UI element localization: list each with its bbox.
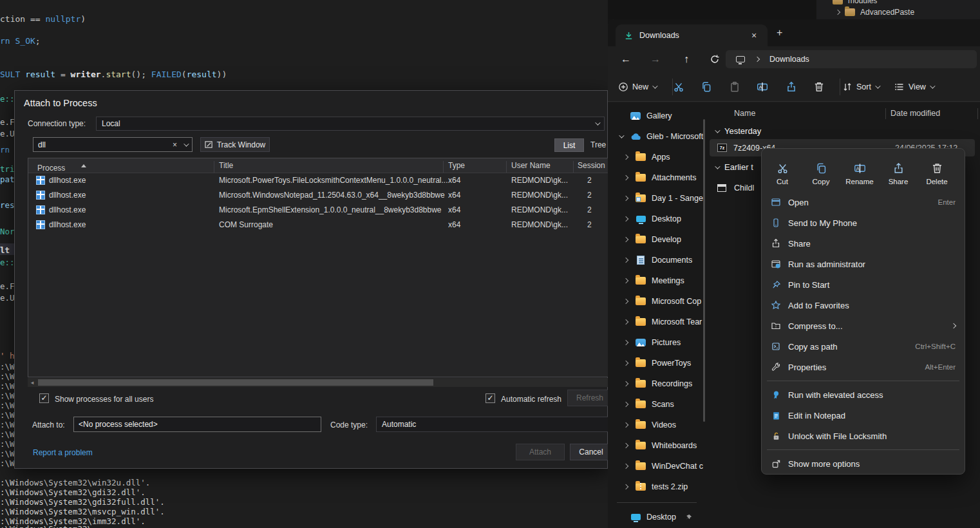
group-earlier[interactable]: Earlier t (715, 162, 753, 172)
track-window-button[interactable]: Track Window (200, 137, 270, 152)
menu-item-properties[interactable]: Properties Alt+Enter (762, 357, 965, 377)
sidebar-item-microsoft-tear[interactable]: Microsoft Tear (608, 312, 704, 332)
breadcrumb-location[interactable]: Downloads (769, 55, 809, 64)
sidebar-item-apps[interactable]: Apps (608, 147, 704, 167)
sidebar-item-tests-zip[interactable]: tests 2.zip (608, 476, 704, 497)
menu-item-add-to-favorites[interactable]: Add to Favorites (762, 295, 965, 316)
menu-item-open[interactable]: Open Enter (762, 192, 965, 212)
quick-cut-button[interactable]: Cut (763, 156, 802, 191)
up-icon[interactable]: ↑ (679, 53, 694, 65)
quick-copy-button[interactable]: Copy (802, 156, 840, 191)
sidebar-item-powertoys[interactable]: PowerToys (608, 353, 704, 373)
quick-share-button[interactable]: Share (879, 156, 918, 191)
menu-item-copy-as-path[interactable]: Copy as path Ctrl+Shift+C (762, 336, 965, 357)
refresh-icon[interactable] (710, 54, 725, 64)
menu-item-run-as-administrator[interactable]: Run as administrator (762, 254, 965, 274)
sort-button[interactable]: Sort (842, 72, 879, 102)
menu-item-share[interactable]: Share (762, 233, 965, 254)
report-problem-link[interactable]: Report a problem (33, 448, 93, 457)
col-session[interactable]: Session (578, 161, 605, 170)
attach-button[interactable]: Attach (516, 444, 565, 460)
list-toggle-button[interactable]: List (554, 138, 584, 152)
chevron-right-icon[interactable] (622, 382, 630, 386)
process-row[interactable]: dllhost.exe COM Surrogate x64 REDMOND\gk… (28, 218, 608, 232)
chevron-down-icon[interactable] (715, 127, 720, 133)
sidebar-item-develop[interactable]: Develop (608, 229, 704, 250)
sidebar-item-microsoft-cop[interactable]: Microsoft Cop (608, 291, 704, 312)
menu-item-show-more-options[interactable]: Show more options (762, 453, 965, 474)
chevron-right-icon[interactable] (622, 238, 630, 241)
horizontal-scrollbar[interactable]: ◂ (28, 378, 608, 387)
connection-type-dropdown[interactable]: Local (96, 117, 605, 131)
chevron-right-icon[interactable] (622, 258, 630, 262)
sidebar-item-day1[interactable]: Day 1 - Sangee (608, 188, 704, 209)
chevron-right-icon[interactable] (622, 341, 630, 344)
menu-item-edit-in-notepad[interactable]: Edit in Notepad (762, 405, 965, 426)
sidebar-item-meetings[interactable]: Meetings (608, 270, 704, 291)
cut-button[interactable] (673, 72, 684, 102)
view-button[interactable]: View (894, 72, 934, 102)
col-title[interactable]: Title (219, 161, 233, 170)
menu-item-compress-to[interactable]: Compress to... (762, 316, 965, 336)
auto-refresh-checkbox[interactable]: ✓ (485, 393, 495, 403)
column-divider[interactable] (885, 108, 886, 119)
process-row[interactable]: dllhost.exe Microsoft.EpmShellExtension_… (28, 203, 608, 218)
delete-button[interactable] (813, 72, 825, 102)
chevron-right-icon[interactable] (622, 320, 630, 324)
sidebar-item-attachments[interactable]: Attachments (608, 167, 704, 188)
sidebar-item-windevchat[interactable]: WinDevChat c (608, 456, 704, 476)
quick-rename-button[interactable]: A Rename (840, 156, 879, 191)
col-type[interactable]: Type (448, 161, 465, 170)
col-user[interactable]: User Name (511, 161, 551, 170)
chevron-down-icon[interactable] (617, 135, 625, 138)
scroll-left-icon[interactable]: ◂ (28, 379, 37, 386)
share-button[interactable] (786, 72, 797, 102)
chevron-right-icon[interactable] (622, 464, 630, 468)
chevron-right-icon[interactable] (622, 299, 630, 303)
clear-icon[interactable]: × (173, 140, 177, 149)
sidebar-item-documents[interactable]: Documents (608, 250, 704, 270)
show-processes-checkbox[interactable]: ✓ (39, 393, 49, 403)
sidebar-item-gallery[interactable]: Gallery (608, 106, 704, 126)
process-filter-input[interactable]: dll × (33, 137, 193, 152)
chevron-right-icon[interactable] (622, 423, 630, 427)
date-column-header[interactable]: Date modified (890, 109, 940, 118)
attach-to-field[interactable]: <No process selected> (73, 417, 321, 432)
address-bar[interactable]: Downloads (726, 50, 977, 68)
menu-item-pin-to-start[interactable]: Pin to Start (762, 274, 965, 295)
sidebar-item-scans[interactable]: Scans (608, 394, 704, 415)
sidebar-item-pictures[interactable]: Pictures (608, 332, 704, 353)
sidebar-scrollbar[interactable] (703, 119, 705, 422)
chevron-right-icon[interactable] (622, 176, 630, 180)
chevron-right-icon[interactable] (622, 279, 630, 283)
chevron-right-icon[interactable] (622, 444, 630, 448)
chevron-right-icon[interactable] (622, 155, 630, 159)
menu-item-send-to-phone[interactable]: Send to My Phone (762, 212, 965, 233)
chevron-right-icon[interactable] (622, 217, 630, 221)
copy-button[interactable] (701, 72, 712, 102)
cancel-button[interactable]: Cancel (570, 444, 608, 460)
group-yesterday[interactable]: Yesterday (715, 126, 761, 136)
refresh-button[interactable]: Refresh (567, 390, 608, 406)
paste-button[interactable] (729, 72, 740, 102)
tab-downloads[interactable]: Downloads × (616, 24, 768, 46)
sidebar-item-onedrive[interactable]: Gleb - Microsoft (608, 126, 704, 147)
menu-item-unlock-with-file-locksmith[interactable]: Unlock with File Locksmith (762, 426, 965, 446)
chevron-down-icon[interactable] (715, 164, 720, 169)
forward-icon[interactable]: → (648, 53, 663, 65)
scrollbar-thumb[interactable] (38, 379, 433, 386)
code-type-dropdown[interactable]: Automatic (376, 417, 608, 432)
chevron-right-icon[interactable] (622, 361, 630, 365)
menu-item-run-with-elevated-access[interactable]: Run with elevated access (762, 384, 965, 405)
new-tab-icon[interactable]: + (777, 27, 782, 39)
tree-toggle-button[interactable]: Tree (590, 140, 606, 149)
sidebar-item-recordings[interactable]: Recordings (608, 373, 704, 394)
this-pc-icon[interactable] (736, 56, 745, 62)
chevron-right-icon[interactable] (622, 196, 630, 200)
quick-delete-button[interactable]: Delete (918, 156, 956, 191)
tree-item-advancedpaste[interactable]: AdvancedPaste (836, 6, 914, 19)
back-icon[interactable]: ← (618, 53, 634, 65)
rename-button[interactable]: A (757, 72, 768, 102)
chevron-right-icon[interactable] (835, 10, 840, 15)
name-column-header[interactable]: Name (734, 109, 755, 118)
